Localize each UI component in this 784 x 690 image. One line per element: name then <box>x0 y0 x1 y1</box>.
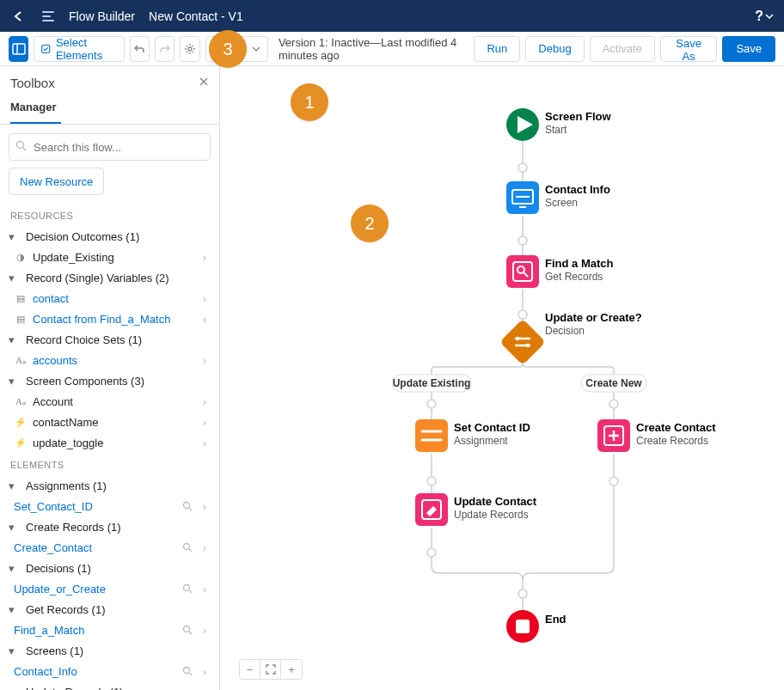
svg-point-6 <box>184 503 190 509</box>
node-create-contact[interactable]: Create Contact Create Records <box>597 419 716 452</box>
chevron-down-icon <box>252 45 260 53</box>
svg-line-9 <box>189 549 192 552</box>
chevron-right-icon: › <box>199 354 211 367</box>
group-screens[interactable]: ▾ Screens (1) <box>0 640 219 661</box>
help-menu[interactable]: ? <box>755 9 774 24</box>
search-input[interactable] <box>9 133 211 161</box>
node-update-contact[interactable]: Update Contact Update Records <box>415 493 537 526</box>
save-button[interactable]: Save <box>722 36 775 62</box>
debug-button[interactable]: Debug <box>525 36 584 62</box>
collapse-icon <box>266 664 276 675</box>
new-resource-button[interactable]: New Resource <box>9 168 104 195</box>
locate-icon[interactable] <box>181 625 193 635</box>
back-button[interactable] <box>10 8 28 25</box>
svg-line-5 <box>23 148 26 150</box>
group-assignments[interactable]: ▾ Assignments (1) <box>0 475 219 496</box>
redo-icon <box>159 43 171 55</box>
svg-text:Find a Match: Find a Match <box>545 257 614 270</box>
svg-point-40 <box>609 477 618 485</box>
element-item[interactable]: Create_Contact › <box>0 537 219 558</box>
caret-down-icon: ▾ <box>9 686 21 691</box>
locate-icon[interactable] <box>181 583 193 594</box>
group-decisions[interactable]: ▾ Decisions (1) <box>0 558 219 578</box>
settings-button[interactable] <box>180 36 199 62</box>
svg-point-28 <box>427 400 436 408</box>
svg-line-7 <box>189 508 192 510</box>
resource-item[interactable]: ⚡ contactName › <box>0 412 219 432</box>
tab-manager[interactable]: Manager <box>10 101 61 124</box>
group-create-records[interactable]: ▾ Create Records (1) <box>0 516 219 537</box>
node-contact-info[interactable]: Contact Info Screen <box>506 181 610 214</box>
svg-point-64 <box>516 337 519 340</box>
zoom-to-fit-button[interactable] <box>260 660 281 679</box>
toolbox-title: Toolbox <box>10 76 55 90</box>
select-elements-button[interactable]: Select Elements <box>34 36 124 62</box>
svg-rect-70 <box>415 419 448 452</box>
svg-text:Assignment: Assignment <box>454 435 508 447</box>
node-update-or-create[interactable]: Update or Create? Decision <box>499 311 642 365</box>
locate-icon[interactable] <box>181 542 193 553</box>
locate-icon[interactable] <box>181 666 193 676</box>
chevron-right-icon: › <box>199 251 211 264</box>
toolbox-panel: Toolbox Manager New Resource RESOURCES ▾… <box>0 66 220 690</box>
close-icon <box>199 76 209 87</box>
svg-rect-55 <box>506 255 539 288</box>
zoom-in-button[interactable]: + <box>281 660 302 679</box>
group-decision-outcomes[interactable]: ▾ Decision Outcomes (1) <box>0 226 219 247</box>
svg-text:Start: Start <box>545 124 567 136</box>
app-title: Flow Builder <box>69 9 135 23</box>
save-as-button[interactable]: Save As <box>660 36 717 62</box>
node-start[interactable]: Screen Flow Start <box>506 108 611 141</box>
toggle-toolbox-button[interactable] <box>9 36 28 62</box>
element-item[interactable]: Update_or_Create › <box>0 578 219 599</box>
resource-item[interactable]: ▤ Contact from Find_a_Match › <box>0 308 219 329</box>
svg-point-4 <box>17 142 24 149</box>
flow-canvas[interactable]: Screen Flow Start Contact Info Screen Fi… <box>220 66 784 690</box>
svg-point-65 <box>526 344 530 347</box>
caret-down-icon: ▾ <box>9 479 21 492</box>
redo-button[interactable] <box>155 36 175 62</box>
elements-header: ELEMENTS <box>0 453 219 475</box>
chevron-down-icon <box>765 12 774 21</box>
caret-down-icon: ▾ <box>9 562 21 575</box>
caret-down-icon: ▾ <box>9 375 21 388</box>
flow-name: New Contact - V1 <box>149 9 243 23</box>
caret-down-icon: ▾ <box>9 272 21 284</box>
svg-point-37 <box>609 400 618 408</box>
node-set-contact-id[interactable]: Set Contact ID Assignment <box>415 419 530 452</box>
group-record-single-variables[interactable]: ▾ Record (Single) Variables (2) <box>0 267 219 288</box>
svg-text:Contact Info: Contact Info <box>545 183 610 196</box>
caret-down-icon: ▾ <box>9 333 21 346</box>
node-find-a-match[interactable]: Find a Match Get Records <box>506 255 614 288</box>
callout-1: 1 <box>291 83 328 121</box>
svg-line-11 <box>189 590 192 593</box>
resource-item[interactable]: Aₐ accounts › <box>0 350 219 370</box>
group-record-choice-sets[interactable]: ▾ Record Choice Sets (1) <box>0 329 219 350</box>
record-icon: ▤ <box>14 291 28 305</box>
svg-point-14 <box>184 668 190 674</box>
element-item[interactable]: Find_a_Match › <box>0 620 219 640</box>
element-item[interactable]: Set_Contact_ID › <box>0 496 219 516</box>
svg-point-43 <box>518 589 527 598</box>
close-toolbox-button[interactable] <box>199 75 209 90</box>
group-update-records[interactable]: ▾ Update Records (1) <box>0 681 219 690</box>
select-icon <box>41 43 51 55</box>
zoom-out-button[interactable]: − <box>240 660 260 679</box>
chevron-right-icon: › <box>199 437 211 449</box>
run-button[interactable]: Run <box>474 36 520 62</box>
group-get-records[interactable]: ▾ Get Records (1) <box>0 599 219 620</box>
resource-item[interactable]: ⚡ update_toggle › <box>0 432 219 453</box>
resource-item[interactable]: Aₐ Account › <box>0 391 219 412</box>
activate-button[interactable]: Activate <box>590 36 655 62</box>
svg-text:Create Contact: Create Contact <box>636 421 716 434</box>
resource-item[interactable]: ◑ Update_Existing › <box>0 247 219 267</box>
flow-builder-icon <box>41 9 55 23</box>
resource-item[interactable]: ▤ contact › <box>0 288 219 308</box>
caret-down-icon: ▾ <box>9 644 21 657</box>
node-end[interactable]: End <box>506 610 567 643</box>
element-item[interactable]: Contact_Info › <box>0 661 219 681</box>
group-screen-components[interactable]: ▾ Screen Components (3) <box>0 370 219 391</box>
caret-down-icon: ▾ <box>9 603 21 616</box>
locate-icon[interactable] <box>181 501 193 511</box>
undo-button[interactable] <box>130 36 150 62</box>
